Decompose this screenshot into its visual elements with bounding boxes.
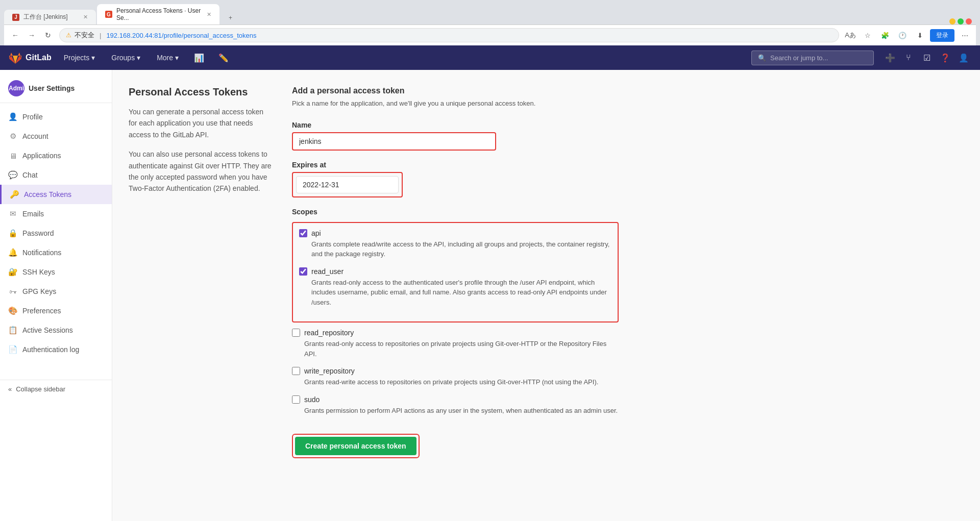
sidebar-item-account[interactable]: ⚙ Account (0, 127, 112, 146)
name-field-group: Name (292, 121, 639, 151)
scope-read-user-name[interactable]: read_user (311, 267, 344, 276)
sidebar-label-password: Password (22, 229, 54, 237)
sidebar-label-chat: Chat (22, 171, 38, 179)
access-tokens-icon: 🔑 (10, 190, 19, 199)
gitlab-logo[interactable]: GitLab (8, 51, 52, 65)
back-button[interactable]: ← (8, 28, 22, 42)
download-btn[interactable]: ⬇ (913, 28, 927, 42)
sidebar-item-emails[interactable]: ✉ Emails (0, 204, 112, 224)
sidebar-item-ssh-keys[interactable]: 🔐 SSH Keys (0, 262, 112, 282)
main-layout: Admi User Settings 👤 Profile ⚙ Account 🖥… (0, 70, 980, 521)
sidebar-label-ssh-keys: SSH Keys (22, 268, 55, 276)
more-chevron: ▾ (175, 54, 179, 62)
maximize-btn[interactable] (958, 18, 964, 24)
groups-chevron: ▾ (137, 54, 140, 62)
sidebar-item-applications[interactable]: 🖥 Applications (0, 146, 112, 165)
gpg-keys-icon: 🗝 (8, 287, 17, 296)
browser-tab-1[interactable]: J 工作台 [Jenkins] ✕ (4, 10, 96, 24)
expires-input[interactable] (296, 176, 399, 193)
name-input-wrapper (292, 132, 496, 151)
search-bar[interactable]: 🔍 Search or jump to... (751, 51, 874, 65)
sidebar-item-gpg-keys[interactable]: 🗝 GPG Keys (0, 282, 112, 301)
notifications-icon: 🔔 (8, 248, 17, 257)
form-subtitle: Pick a name for the application, and we'… (292, 98, 639, 109)
scope-read-user-checkbox[interactable] (299, 267, 307, 276)
sidebar-item-notifications[interactable]: 🔔 Notifications (0, 243, 112, 262)
collapse-sidebar-btn[interactable]: « Collapse sidebar (0, 380, 112, 398)
window-controls (945, 18, 976, 24)
user-btn[interactable]: 👤 (955, 49, 972, 66)
help-btn[interactable]: ❓ (937, 49, 953, 66)
create-token-button[interactable]: Create personal access token (295, 437, 416, 455)
scope-api-row: api (299, 229, 611, 237)
scope-read-repository-checkbox[interactable] (292, 329, 300, 337)
url-bar[interactable]: ⚠ 不安全 | 192.168.200.44:81/profile/person… (59, 28, 839, 42)
navbar-projects-label: Projects (64, 54, 90, 62)
expires-outline (292, 172, 403, 197)
tab-close-1[interactable]: ✕ (83, 14, 88, 20)
stats-btn[interactable]: 📊 (191, 49, 207, 66)
url-text: 192.168.200.44:81/profile/personal_acces… (106, 32, 256, 39)
edit-btn[interactable]: ✏️ (215, 49, 232, 66)
extensions-btn[interactable]: 🧩 (878, 28, 892, 42)
search-icon: 🔍 (758, 54, 766, 62)
new-tab-button[interactable]: + (220, 11, 240, 24)
close-btn[interactable] (966, 18, 972, 24)
scope-sudo: sudo Grants permission to perform API ac… (292, 395, 619, 416)
scope-read-repository-row: read_repository (292, 329, 619, 337)
navbar-projects[interactable]: Projects ▾ (60, 52, 100, 64)
sidebar-item-preferences[interactable]: 🎨 Preferences (0, 301, 112, 320)
sidebar-title: User Settings (29, 84, 75, 92)
minimize-btn[interactable] (949, 18, 955, 24)
security-warning: ⚠ (66, 32, 71, 39)
navbar-groups-label: Groups (111, 54, 135, 62)
refresh-button[interactable]: ↻ (41, 28, 55, 42)
auth-log-icon: 📄 (8, 345, 17, 354)
sidebar-item-password[interactable]: 🔒 Password (0, 224, 112, 243)
add-btn[interactable]: ➕ (882, 49, 898, 66)
sidebar-header: Admi User Settings (0, 74, 112, 103)
security-text: 不安全 (75, 31, 94, 40)
gitlab-navbar: GitLab Projects ▾ Groups ▾ More ▾ 📊 ✏️ 🔍… (0, 45, 980, 70)
navbar-more[interactable]: More ▾ (153, 52, 183, 64)
address-bar: ← → ↻ ⚠ 不安全 | 192.168.200.44:81/profile/… (4, 24, 976, 45)
active-sessions-icon: 📋 (8, 326, 17, 335)
sidebar-item-active-sessions[interactable]: 📋 Active Sessions (0, 320, 112, 340)
sidebar-item-auth-log[interactable]: 📄 Authentication log (0, 340, 112, 359)
navbar-groups[interactable]: Groups ▾ (107, 52, 144, 64)
collapse-icon: « (8, 385, 12, 393)
tab-close-2[interactable]: ✕ (207, 11, 211, 18)
sign-in-button[interactable]: 登录 (930, 29, 954, 42)
scope-read-repository-name[interactable]: read_repository (304, 329, 354, 337)
scope-sudo-checkbox[interactable] (292, 395, 300, 404)
chat-icon: 💬 (8, 170, 17, 180)
scope-write-repository-checkbox[interactable] (292, 367, 300, 375)
menu-btn[interactable]: ⋯ (958, 28, 972, 42)
sidebar-label-profile: Profile (22, 113, 43, 121)
collapse-label: Collapse sidebar (16, 385, 65, 393)
browser-tab-2[interactable]: G Personal Access Tokens · User Se... ✕ (97, 4, 219, 24)
forward-button[interactable]: → (24, 28, 39, 42)
reader-btn[interactable]: ☆ (861, 28, 875, 42)
translate-btn[interactable]: Aあ (843, 28, 857, 42)
scope-read-user: read_user Grants read-only access to the… (299, 267, 611, 308)
scope-sudo-name[interactable]: sudo (304, 395, 320, 404)
sidebar-label-preferences: Preferences (22, 307, 61, 315)
history-btn[interactable]: 🕐 (895, 28, 910, 42)
sidebar-item-access-tokens[interactable]: 🔑 Access Tokens (0, 185, 112, 204)
sidebar-item-chat[interactable]: 💬 Chat (0, 165, 112, 185)
name-input[interactable] (292, 132, 496, 151)
scope-api-name[interactable]: api (311, 229, 321, 237)
sidebar-item-profile[interactable]: 👤 Profile (0, 107, 112, 127)
scope-read-repository-desc: Grants read-only access to repositories … (292, 339, 619, 359)
content-area: Personal Access Tokens You can generate … (112, 70, 980, 521)
issues-btn[interactable]: ☑ (919, 49, 935, 66)
scope-api-checkbox[interactable] (299, 229, 307, 237)
scope-write-repository-name[interactable]: write_repository (304, 367, 355, 375)
sidebar-label-emails: Emails (22, 210, 44, 218)
name-label: Name (292, 121, 639, 129)
mr-btn[interactable]: ⑂ (900, 49, 917, 66)
tab-favicon-2: G (105, 11, 112, 18)
applications-icon: 🖥 (8, 151, 17, 160)
form-section-title: Add a personal access token (292, 86, 639, 95)
